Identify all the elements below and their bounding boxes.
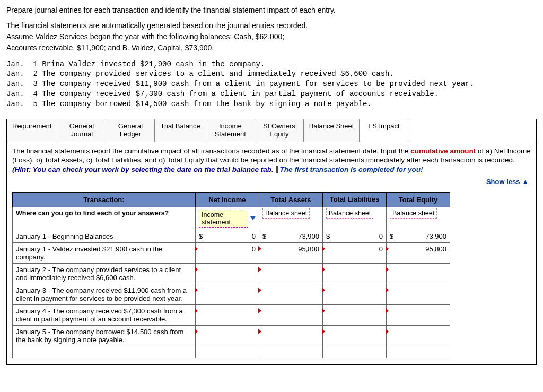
tab-general-ledger[interactable]: General Ledger [106, 119, 155, 142]
blank-trailing-row [13, 346, 450, 358]
net-income-cell[interactable]: 0 [196, 242, 259, 263]
intro-line-2: The financial statements are automatical… [6, 21, 537, 31]
intro-line-1: Prepare journal entries for each transac… [6, 5, 537, 15]
total-assets-cell[interactable] [259, 263, 323, 284]
problem-intro: Prepare journal entries for each transac… [6, 5, 537, 53]
show-less-label: Show less [486, 178, 520, 186]
total-liabilities-cell[interactable] [323, 284, 387, 304]
instr-hint: (Hint: You can check your work by select… [12, 165, 274, 173]
text-cursor-icon [276, 166, 278, 173]
dropdown-arrow-icon [250, 216, 256, 220]
row-marker-icon [195, 308, 198, 313]
transaction-label: January 2 - The company provided service… [13, 263, 196, 284]
total-equity-cell[interactable]: $73,900 [387, 230, 450, 242]
row-marker-icon [258, 246, 261, 251]
worksheet-panel: Requirement General Journal General Ledg… [6, 119, 537, 365]
hint-total-assets-cell[interactable]: Balance sheet [259, 207, 323, 230]
tab-balance-sheet[interactable]: Balance Sheet [304, 119, 360, 142]
instr-pt1: The financial statements report the cumu… [12, 147, 410, 155]
col-total-equity: Total Equity [387, 192, 450, 207]
transaction-label: January 3 - The company received $11,900… [13, 284, 196, 304]
transaction-label: January 1 - Beginning Balances [13, 230, 196, 242]
total-equity-cell[interactable] [387, 304, 450, 325]
table-row: January 5 - The company borrowed $14,500… [13, 325, 450, 346]
tab-fs-impact[interactable]: FS Impact [360, 119, 408, 142]
row-marker-icon [386, 288, 389, 293]
transactions-monospace: Jan. 1 Brina Valdez invested $21,900 cas… [6, 59, 537, 109]
net-income-cell[interactable] [196, 325, 259, 346]
intro-line-3: Assume Valdez Services began the year wi… [6, 32, 537, 42]
total-liabilities-cell[interactable] [323, 325, 387, 346]
total-liabilities-cell[interactable]: $0 [323, 230, 387, 242]
fs-impact-table: Transaction: Net Income Total Assets Tot… [12, 192, 450, 358]
total-assets-cell[interactable] [259, 284, 323, 304]
transaction-label: January 4 - The company received $7,300 … [13, 304, 196, 325]
net-income-cell[interactable] [196, 304, 259, 325]
transaction-label: January 5 - The company borrowed $14,500… [13, 325, 196, 346]
col-total-assets: Total Assets [259, 192, 323, 207]
col-net-income: Net Income [196, 192, 259, 207]
row-marker-icon [258, 267, 261, 272]
tab-bar: Requirement General Journal General Ledg… [7, 119, 536, 142]
table-row: January 2 - The company provided service… [13, 263, 450, 284]
row-marker-icon [322, 267, 325, 272]
total-liabilities-cell[interactable] [323, 263, 387, 284]
net-income-cell[interactable] [196, 263, 259, 284]
total-equity-cell[interactable] [387, 284, 450, 304]
table-row: January 4 - The company received $7,300 … [13, 304, 450, 325]
row-marker-icon [195, 246, 198, 251]
row-marker-icon [322, 246, 325, 251]
hint-net-income-value: Income statement [199, 210, 248, 228]
total-assets-cell[interactable] [259, 304, 323, 325]
col-total-liabilities: Total Liabilities [323, 192, 387, 207]
net-income-cell[interactable] [196, 284, 259, 304]
total-equity-cell[interactable]: 95,800 [387, 242, 450, 263]
transaction-label: January 1 - Valdez invested $21,900 cash… [13, 242, 196, 263]
row-marker-icon [386, 246, 389, 251]
hint-total-liab-value: Balance sheet [326, 208, 373, 219]
total-assets-cell[interactable]: 95,800 [259, 242, 323, 263]
hint-total-liab-cell[interactable]: Balance sheet [323, 207, 387, 230]
row-marker-icon [386, 329, 389, 334]
caret-up-icon: ▲ [522, 178, 529, 186]
table-header-row: Transaction: Net Income Total Assets Tot… [13, 192, 450, 207]
tab-requirement[interactable]: Requirement [7, 119, 57, 142]
net-income-cell[interactable]: $0 [196, 230, 259, 242]
hint-question: Where can you go to find each of your an… [16, 210, 169, 217]
row-marker-icon [195, 329, 198, 334]
hint-row: Where can you go to find each of your an… [13, 207, 450, 230]
hint-net-income-cell[interactable]: Income statement [196, 207, 259, 230]
tab-trial-balance[interactable]: Trial Balance [155, 119, 206, 142]
row-marker-icon [258, 308, 261, 313]
total-assets-cell[interactable] [259, 325, 323, 346]
hint-total-assets-value: Balance sheet [262, 208, 310, 219]
row-marker-icon [195, 288, 198, 293]
row-marker-icon [322, 329, 325, 334]
col-transaction: Transaction: [13, 192, 196, 207]
table-row: January 3 - The company received $11,900… [13, 284, 450, 304]
total-assets-cell[interactable]: $73,900 [259, 230, 323, 242]
hint-total-equity-value: Balance sheet [390, 208, 437, 219]
total-equity-cell[interactable] [387, 263, 450, 284]
instr-pt3: The first transaction is completed for y… [279, 165, 423, 173]
instr-cumulative: cumulative amount [410, 147, 476, 155]
tab-income-statement[interactable]: Income Statement [206, 119, 255, 142]
table-row: January 1 - Beginning Balances$0$73,900$… [13, 230, 450, 242]
total-liabilities-cell[interactable]: 0 [323, 242, 387, 263]
instructions-text: The financial statements report the cumu… [7, 142, 536, 178]
tab-st-owners-equity[interactable]: St Owners Equity [255, 119, 304, 142]
row-marker-icon [258, 288, 261, 293]
row-marker-icon [322, 288, 325, 293]
intro-line-4: Accounts receivable, $11,900; and B. Val… [6, 43, 537, 53]
total-equity-cell[interactable] [387, 325, 450, 346]
row-marker-icon [258, 329, 261, 334]
row-marker-icon [322, 308, 325, 313]
row-marker-icon [195, 267, 198, 272]
table-row: January 1 - Valdez invested $21,900 cash… [13, 242, 450, 263]
row-marker-icon [386, 308, 389, 313]
total-liabilities-cell[interactable] [323, 304, 387, 325]
tab-general-journal[interactable]: General Journal [57, 119, 106, 142]
hint-total-equity-cell[interactable]: Balance sheet [387, 207, 450, 230]
show-less-toggle[interactable]: Show less ▲ [7, 178, 536, 190]
row-marker-icon [386, 267, 389, 272]
